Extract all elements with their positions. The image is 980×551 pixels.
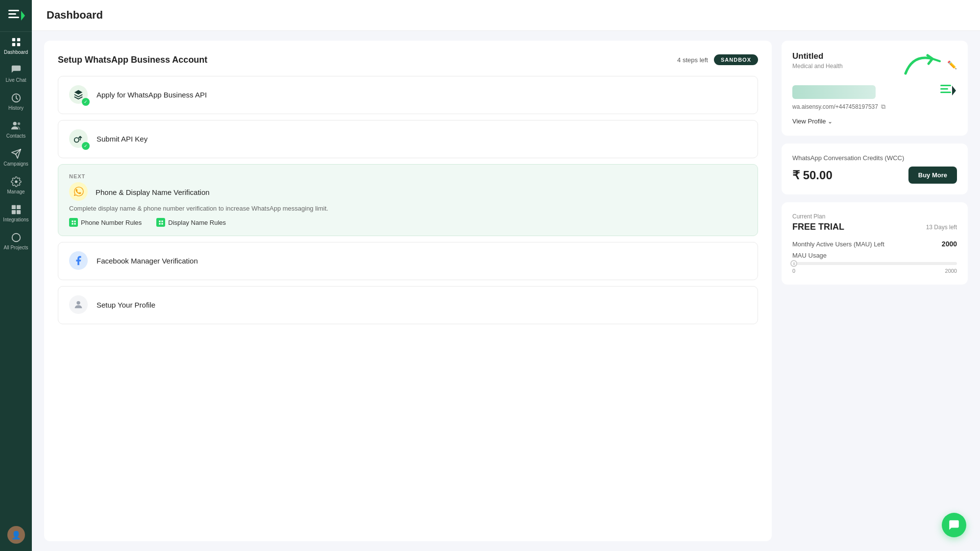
sidebar-item-contacts[interactable]: Contacts (0, 116, 32, 144)
right-panel: Untitled Medical and Health ✏️ (782, 41, 968, 541)
step-setup-profile-content: Setup Your Profile (97, 301, 747, 310)
sidebar-item-live-chat[interactable]: Live Chat (0, 60, 32, 88)
sidebar-item-integrations[interactable]: Integrations (0, 199, 32, 227)
profile-actions-top: ✏️ (903, 51, 957, 78)
main-area: Dashboard Setup WhatsApp Business Accoun… (32, 0, 980, 551)
setup-header: Setup WhatsApp Business Account 4 steps … (58, 54, 758, 65)
topbar: Dashboard (32, 0, 980, 31)
page-title: Dashboard (47, 9, 103, 22)
sidebar-item-live-chat-label: Live Chat (5, 77, 26, 83)
progress-dot: 0 (790, 260, 797, 267)
svg-point-10 (17, 122, 20, 125)
profile-card-actions: View Profile ⌄ (792, 118, 957, 125)
step-setup-profile-icon-wrap (69, 295, 89, 315)
svg-rect-4 (12, 38, 15, 41)
buy-more-button[interactable]: Buy More (908, 167, 957, 184)
content-area: Setup WhatsApp Business Account 4 steps … (32, 31, 980, 551)
step-setup-profile-icon-bg (69, 295, 88, 314)
svg-rect-7 (17, 43, 20, 46)
svg-rect-2 (8, 17, 19, 18)
svg-rect-1 (8, 13, 16, 15)
profile-card: Untitled Medical and Health ✏️ (782, 41, 968, 136)
progress-labels: 0 2000 (792, 268, 957, 274)
svg-rect-23 (161, 220, 163, 222)
svg-rect-21 (74, 223, 75, 224)
svg-point-17 (74, 138, 79, 142)
svg-rect-29 (940, 92, 951, 93)
step-submit-api-content: Submit API Key (97, 135, 747, 144)
sidebar-item-history[interactable]: History (0, 88, 32, 116)
display-rules-label: Display Name Rules (168, 219, 226, 226)
profile-info: Untitled Medical and Health (792, 51, 843, 70)
svg-point-26 (76, 301, 80, 305)
svg-marker-30 (952, 86, 956, 96)
profile-url: wa.aisensy.com/+447458197537 ⧉ (792, 103, 957, 111)
step-submit-api[interactable]: ✓ Submit API Key (58, 120, 758, 158)
profile-card-top: Untitled Medical and Health ✏️ (792, 51, 957, 78)
view-profile-button[interactable]: View Profile ⌄ (792, 118, 833, 125)
sidebar-item-contacts-label: Contacts (6, 133, 25, 139)
svg-rect-18 (72, 220, 73, 222)
sidebar-logo[interactable] (0, 0, 32, 32)
step-apply-api-label: Apply for WhatsApp Business API (97, 91, 207, 99)
phone-rules-label: Phone Number Rules (81, 219, 142, 226)
step-links: Phone Number Rules Display Name Rules (69, 218, 747, 227)
step-phone-verify-row: Phone & Display Name Verification (69, 182, 747, 202)
step-facebook[interactable]: Facebook Manager Verification (58, 242, 758, 280)
step-apply-api-icon-wrap: ✓ (69, 85, 89, 105)
svg-rect-0 (8, 10, 19, 11)
sidebar-item-campaigns-label: Campaigns (3, 161, 28, 167)
progress-max-label: 2000 (945, 268, 957, 274)
sidebar-item-all-projects-label: All Projects (3, 245, 28, 250)
svg-rect-5 (17, 38, 20, 41)
step-facebook-content: Facebook Manager Verification (97, 257, 747, 265)
sandbox-badge: SANDBOX (714, 54, 758, 65)
setup-title: Setup WhatsApp Business Account (58, 55, 207, 65)
step-phone-verify-icon-wrap (69, 182, 89, 202)
plan-label: Current Plan (792, 213, 957, 220)
mau-left-label: Monthly Active Users (MAU) Left (792, 240, 884, 248)
step-phone-verify-label: Phone & Display Name Verification (96, 188, 210, 196)
svg-rect-13 (16, 205, 20, 209)
step-setup-profile[interactable]: Setup Your Profile (58, 286, 758, 324)
credits-row: ₹ 50.00 Buy More (792, 167, 957, 184)
edit-profile-icon[interactable]: ✏️ (947, 60, 957, 70)
sidebar-item-dashboard-label: Dashboard (4, 49, 28, 55)
sidebar-item-all-projects[interactable]: All Projects (0, 227, 32, 255)
svg-rect-25 (161, 223, 163, 224)
display-name-rules-link[interactable]: Display Name Rules (156, 218, 226, 227)
progress-wrap: 0 (792, 262, 957, 265)
step-apply-api[interactable]: ✓ Apply for WhatsApp Business API (58, 76, 758, 114)
sidebar-item-dashboard[interactable]: Dashboard (0, 32, 32, 60)
svg-rect-6 (12, 43, 15, 46)
step-submit-api-icon-wrap: ✓ (69, 129, 89, 149)
svg-rect-20 (72, 223, 73, 224)
progress-bar-bg (792, 262, 957, 265)
display-rules-icon (156, 218, 165, 227)
step-setup-profile-label: Setup Your Profile (97, 301, 155, 309)
step-apply-api-content: Apply for WhatsApp Business API (97, 91, 747, 99)
svg-point-11 (15, 180, 18, 183)
setup-card: Setup WhatsApp Business Account 4 steps … (44, 41, 772, 541)
step-apply-api-check: ✓ (82, 98, 90, 106)
mau-count: 2000 (942, 240, 957, 248)
sidebar-item-history-label: History (8, 105, 24, 111)
step-phone-verify[interactable]: NEXT Phone & Display Name Verification C… (58, 164, 758, 236)
copy-url-icon[interactable]: ⧉ (881, 103, 885, 111)
phone-number-rules-link[interactable]: Phone Number Rules (69, 218, 142, 227)
svg-rect-15 (16, 210, 20, 214)
step-submit-api-check: ✓ (82, 142, 90, 150)
step-phone-verify-icon-bg (69, 182, 88, 201)
svg-point-9 (13, 122, 16, 125)
plan-card: Current Plan FREE TRIAL 13 Days left Mon… (782, 202, 968, 285)
next-badge: NEXT (69, 173, 747, 179)
sidebar-item-manage[interactable]: Manage (0, 171, 32, 199)
step-submit-api-label: Submit API Key (97, 135, 147, 143)
arrow-decoration (903, 51, 942, 78)
sidebar-item-campaigns[interactable]: Campaigns (0, 144, 32, 171)
credits-card: WhatsApp Conversation Credits (WCC) ₹ 50… (782, 144, 968, 194)
profile-subtitle: Medical and Health (792, 63, 843, 70)
avatar[interactable]: 👤 (7, 526, 25, 544)
chat-bubble[interactable] (942, 513, 966, 537)
phone-rules-icon (69, 218, 78, 227)
